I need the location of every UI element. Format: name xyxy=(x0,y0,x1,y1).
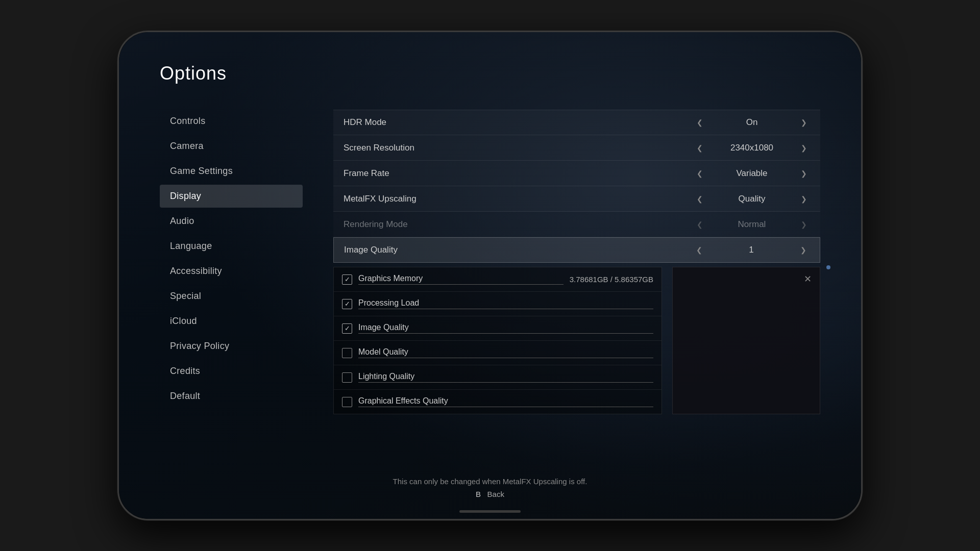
footer-info-text: This can only be changed when MetalFX Up… xyxy=(119,477,861,486)
cb-row-lighting-quality[interactable]: Lighting Quality xyxy=(334,365,662,390)
dropdown-right-panel: ✕ xyxy=(672,267,820,414)
checkbox-list: ✓ Graphics Memory 3.78681GB / 5.86357GB … xyxy=(333,267,662,414)
cb-label-graphical-effects: Graphical Effects Quality xyxy=(358,396,653,407)
resolution-chevron-left[interactable]: ❮ xyxy=(694,144,706,152)
cb-label-lighting-quality: Lighting Quality xyxy=(358,372,653,383)
dropdown-area: ✓ Graphics Memory 3.78681GB / 5.86357GB … xyxy=(333,267,820,414)
back-key: B xyxy=(476,490,481,498)
sidebar-item-credits[interactable]: Credits xyxy=(160,360,303,383)
cb-row-image-quality[interactable]: ✓ Image Quality xyxy=(334,316,662,341)
cb-row-graphical-effects[interactable]: Graphical Effects Quality xyxy=(334,390,662,414)
cb-row-model-quality[interactable]: Model Quality xyxy=(334,341,662,365)
setting-value-imagequality: 1 xyxy=(705,245,797,255)
hdr-chevron-right[interactable]: ❯ xyxy=(798,118,810,127)
setting-value-metalfx: Quality xyxy=(706,194,798,204)
imagequality-chevron-left[interactable]: ❮ xyxy=(693,246,705,254)
check-icon-graphics-memory: ✓ xyxy=(345,276,350,283)
cb-row-processing-load[interactable]: ✓ Processing Load xyxy=(334,292,662,316)
resolution-chevron-right[interactable]: ❯ xyxy=(798,144,810,152)
scrollbar-indicator xyxy=(826,265,830,269)
cb-processing-load[interactable]: ✓ xyxy=(342,299,352,309)
cb-label-image-quality: Image Quality xyxy=(358,323,653,334)
main-panel: HDR Mode ❮ On ❯ Screen Resolution ❮ 2340… xyxy=(333,110,820,498)
footer: This can only be changed when MetalFX Up… xyxy=(119,477,861,498)
setting-row-resolution: Screen Resolution ❮ 2340x1080 ❯ xyxy=(333,135,820,161)
cb-graphics-memory[interactable]: ✓ xyxy=(342,274,352,285)
sidebar-item-controls[interactable]: Controls xyxy=(160,110,303,133)
setting-value-resolution: 2340x1080 xyxy=(706,143,798,153)
setting-row-hdr: HDR Mode ❮ On ❯ xyxy=(333,110,820,135)
setting-value-rendering: Normal xyxy=(706,219,798,230)
setting-row-metalfx: MetalFX Upscaling ❮ Quality ❯ xyxy=(333,186,820,212)
imagequality-chevron-right[interactable]: ❯ xyxy=(797,246,810,254)
cb-graphical-effects[interactable] xyxy=(342,397,352,407)
phone-frame: Options Controls Camera Game Settings Di… xyxy=(117,31,863,520)
content-layout: Controls Camera Game Settings Display Au… xyxy=(160,110,820,498)
check-icon-image-quality: ✓ xyxy=(345,325,350,332)
power-button[interactable] xyxy=(861,155,863,206)
cb-row-graphics-memory[interactable]: ✓ Graphics Memory 3.78681GB / 5.86357GB xyxy=(334,267,662,292)
rendering-chevron-right: ❯ xyxy=(798,220,810,229)
setting-label-framerate: Frame Rate xyxy=(344,168,694,179)
setting-label-metalfx: MetalFX Upscaling xyxy=(344,194,694,204)
framerate-chevron-right[interactable]: ❯ xyxy=(798,169,810,178)
sidebar-item-default[interactable]: Default xyxy=(160,385,303,408)
sidebar-item-display[interactable]: Display xyxy=(160,185,303,208)
cb-lighting-quality[interactable] xyxy=(342,372,352,383)
sidebar: Controls Camera Game Settings Display Au… xyxy=(160,110,303,498)
setting-row-rendering: Rendering Mode ❮ Normal ❯ xyxy=(333,212,820,237)
setting-label-resolution: Screen Resolution xyxy=(344,143,694,153)
setting-value-framerate: Variable xyxy=(706,168,798,179)
sidebar-item-privacy[interactable]: Privacy Policy xyxy=(160,335,303,358)
cb-image-quality[interactable]: ✓ xyxy=(342,323,352,334)
metalfx-chevron-right[interactable]: ❯ xyxy=(798,195,810,203)
sidebar-item-audio[interactable]: Audio xyxy=(160,210,303,233)
setting-row-framerate: Frame Rate ❮ Variable ❯ xyxy=(333,161,820,186)
framerate-chevron-left[interactable]: ❮ xyxy=(694,169,706,178)
sidebar-item-accessibility[interactable]: Accessibility xyxy=(160,260,303,283)
hdr-chevron-left[interactable]: ❮ xyxy=(694,118,706,127)
cb-value-graphics-memory: 3.78681GB / 5.86357GB xyxy=(570,275,653,284)
close-icon[interactable]: ✕ xyxy=(804,273,812,285)
setting-label-imagequality: Image Quality xyxy=(344,245,693,255)
sidebar-item-icloud[interactable]: iCloud xyxy=(160,310,303,333)
cb-label-processing-load: Processing Load xyxy=(358,298,653,309)
setting-value-hdr: On xyxy=(706,117,798,128)
page-title: Options xyxy=(160,63,820,84)
metalfx-chevron-left[interactable]: ❮ xyxy=(694,195,706,203)
sidebar-item-language[interactable]: Language xyxy=(160,235,303,258)
setting-row-imagequality[interactable]: Image Quality ❮ 1 ❯ xyxy=(333,237,820,263)
main-area: Options Controls Camera Game Settings Di… xyxy=(119,32,861,519)
sidebar-item-special[interactable]: Special xyxy=(160,285,303,308)
sidebar-item-camera[interactable]: Camera xyxy=(160,135,303,158)
screen: Options Controls Camera Game Settings Di… xyxy=(119,32,861,519)
cb-label-graphics-memory: Graphics Memory xyxy=(358,274,564,285)
back-label[interactable]: Back xyxy=(487,490,504,498)
cb-model-quality[interactable] xyxy=(342,348,352,358)
back-hint: B Back xyxy=(119,490,861,498)
rendering-chevron-left: ❮ xyxy=(694,220,706,229)
cb-label-model-quality: Model Quality xyxy=(358,347,653,358)
setting-label-hdr: HDR Mode xyxy=(344,117,694,128)
sidebar-item-game-settings[interactable]: Game Settings xyxy=(160,160,303,183)
check-icon-processing-load: ✓ xyxy=(345,300,350,307)
setting-label-rendering: Rendering Mode xyxy=(344,219,694,230)
